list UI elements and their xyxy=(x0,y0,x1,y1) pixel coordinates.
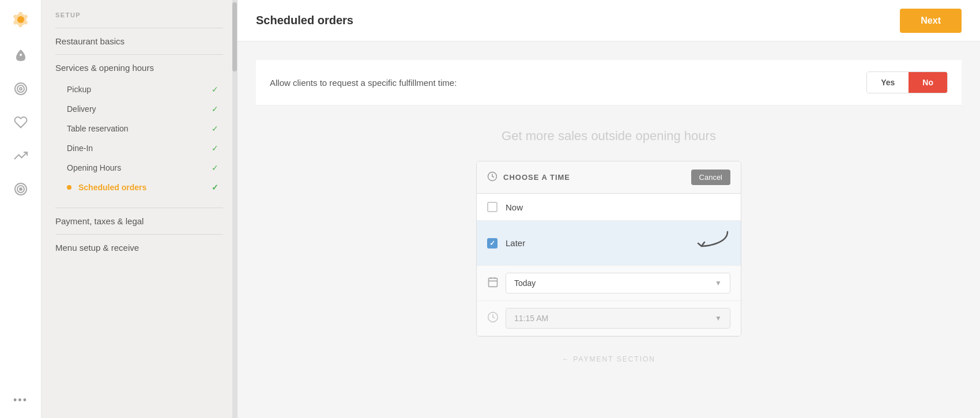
promo-text: Get more sales outside opening hours xyxy=(256,129,962,144)
time-dropdown[interactable]: 11:15 AM ▼ xyxy=(506,308,730,329)
calendar-icon xyxy=(487,276,499,291)
svg-point-5 xyxy=(20,188,22,190)
sidebar-item-pickup[interactable]: Pickup ✓ xyxy=(55,80,223,99)
time-value: 11:15 AM xyxy=(514,314,548,323)
next-button[interactable]: Next xyxy=(900,9,962,33)
nav-icon-chart[interactable] xyxy=(6,141,36,171)
icon-sidebar: ••• xyxy=(0,0,42,418)
scrollbar-track[interactable] xyxy=(232,0,237,418)
section-services-opening: Services & opening hours xyxy=(55,62,223,74)
curved-arrow-icon xyxy=(696,229,730,255)
toggle-no[interactable]: No xyxy=(909,72,947,93)
main-content: Scheduled orders Next Allow clients to r… xyxy=(238,0,980,418)
page-title: Scheduled orders xyxy=(256,14,353,27)
time-card-header: CHOOSE A TIME Cancel xyxy=(477,161,741,194)
checkbox-now[interactable] xyxy=(487,202,497,212)
toggle-yes[interactable]: Yes xyxy=(867,72,909,93)
check-pickup: ✓ xyxy=(212,85,218,94)
date-chevron-icon: ▼ xyxy=(715,279,722,287)
sidebar-item-dine-in[interactable]: Dine-In ✓ xyxy=(55,138,223,158)
svg-rect-7 xyxy=(489,278,497,287)
svg-point-2 xyxy=(20,88,22,90)
option-now[interactable]: Now xyxy=(477,194,741,221)
option-later-label: Later xyxy=(506,238,525,248)
main-body: Allow clients to request a specific fulf… xyxy=(238,42,980,418)
section-payment-taxes[interactable]: Payment, taxes & legal xyxy=(55,215,223,227)
svg-point-1 xyxy=(17,85,24,92)
time-dropdown-row: 11:15 AM ▼ xyxy=(477,301,741,336)
option-later[interactable]: Later xyxy=(477,221,741,266)
date-dropdown-row: Today ▼ xyxy=(477,266,741,301)
nav-icon-heart[interactable] xyxy=(6,107,36,137)
date-value: Today xyxy=(514,278,536,288)
check-opening-hours: ✓ xyxy=(212,163,218,172)
check-scheduled-orders: ✓ xyxy=(212,183,218,192)
time-chooser-card: CHOOSE A TIME Cancel Now Later xyxy=(476,161,741,337)
clock-icon xyxy=(487,171,497,184)
left-panel: SETUP Restaurant basics Services & openi… xyxy=(42,0,238,418)
sidebar-item-table-reservation[interactable]: Table reservation ✓ xyxy=(55,119,223,138)
section-restaurant-basics[interactable]: Restaurant basics xyxy=(55,35,223,47)
check-dine-in: ✓ xyxy=(212,144,218,153)
time-icon xyxy=(487,311,499,326)
cancel-button[interactable]: Cancel xyxy=(691,170,730,185)
choose-time-label: CHOOSE A TIME xyxy=(503,173,570,182)
fulfillment-row: Allow clients to request a specific fulf… xyxy=(256,60,962,106)
sidebar-item-opening-hours[interactable]: Opening Hours ✓ xyxy=(55,158,223,178)
nav-icon-target[interactable] xyxy=(6,74,36,104)
sidebar-item-scheduled-orders[interactable]: Scheduled orders ✓ xyxy=(55,178,223,197)
app-logo xyxy=(9,8,32,31)
arrow-container xyxy=(696,229,730,257)
fulfillment-label: Allow clients to request a specific fulf… xyxy=(270,78,457,88)
toggle-group: Yes No xyxy=(866,71,948,93)
time-chevron-icon: ▼ xyxy=(715,314,722,322)
section-menu-setup[interactable]: Menu setup & receive xyxy=(55,242,223,254)
sidebar-item-delivery[interactable]: Delivery ✓ xyxy=(55,99,223,119)
check-table-reservation: ✓ xyxy=(212,124,218,133)
nav-icon-rocket[interactable] xyxy=(6,40,36,70)
main-header: Scheduled orders Next xyxy=(238,0,980,42)
payment-section-hint: ← PAYMENT SECTION xyxy=(256,355,962,363)
nav-icon-bullseye[interactable] xyxy=(6,174,36,204)
active-dot xyxy=(67,185,71,190)
more-options[interactable]: ••• xyxy=(13,394,28,406)
check-delivery: ✓ xyxy=(212,104,218,114)
checkbox-later[interactable] xyxy=(487,238,497,248)
option-now-label: Now xyxy=(506,202,523,212)
scrollbar-thumb[interactable] xyxy=(232,2,237,71)
date-dropdown[interactable]: Today ▼ xyxy=(506,273,730,293)
setup-label: SETUP xyxy=(55,12,223,18)
